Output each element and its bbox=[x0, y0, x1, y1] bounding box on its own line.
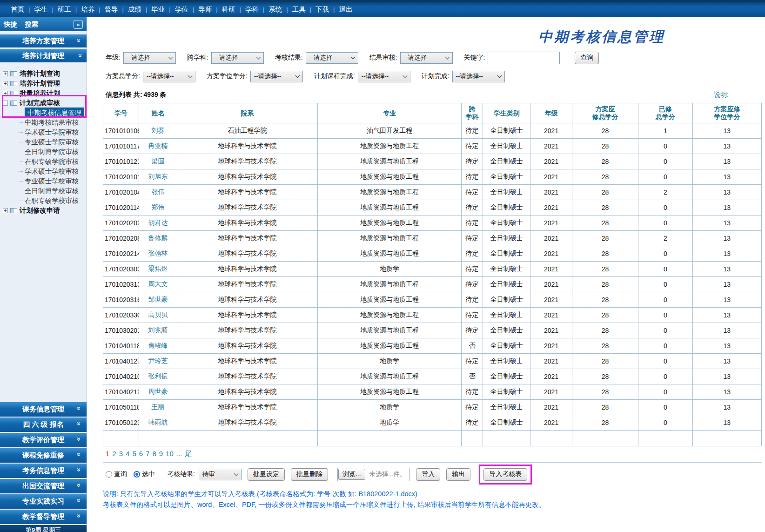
page-link-2[interactable]: 2 bbox=[112, 450, 116, 458]
sidebar-collapse-button[interactable]: « bbox=[74, 20, 83, 29]
student-name-link[interactable]: 焦峻峰 bbox=[139, 338, 177, 354]
total-credits-select[interactable]: --请选择-- bbox=[143, 71, 195, 82]
student-name-link[interactable]: 周世豪 bbox=[139, 384, 177, 400]
student-name-link[interactable]: 刘赛 bbox=[139, 123, 177, 139]
search-button[interactable]: 查询 bbox=[575, 52, 599, 64]
nav-item-14[interactable]: 下载 bbox=[311, 5, 333, 14]
tree-leaf-专业硕士学院审核[interactable]: 专业硕士学院审核 bbox=[19, 137, 87, 147]
page-link-8[interactable]: 8 bbox=[152, 450, 156, 458]
student-name-link[interactable]: 邹世豪 bbox=[139, 292, 177, 308]
student-name-link[interactable]: 尹玲芝 bbox=[139, 354, 177, 369]
student-name-link[interactable]: 高贝贝 bbox=[139, 308, 177, 323]
sidebar-accordion-1[interactable]: 培养方案管理» bbox=[0, 34, 87, 47]
assessment-result-select[interactable]: --请选择-- bbox=[306, 52, 358, 64]
plan-course-complete-select[interactable]: --请选择-- bbox=[358, 71, 410, 82]
sidebar-accordion-bottom-6[interactable]: 出国交流管理» bbox=[0, 479, 87, 493]
interdisciplinary-select[interactable]: --请选择-- bbox=[211, 52, 264, 64]
expand-box-icon[interactable]: + bbox=[3, 91, 8, 96]
sidebar-accordion-bottom-5[interactable]: 考务信息管理» bbox=[0, 464, 87, 478]
radio-selected[interactable]: 选中 bbox=[134, 470, 155, 478]
nav-item-8[interactable]: 学位 bbox=[171, 5, 193, 14]
student-name-link[interactable]: 周大文 bbox=[139, 277, 177, 292]
tree-node-批量培养计划[interactable]: +批量培养计划 bbox=[3, 88, 87, 98]
student-name-link[interactable]: 刘旭东 bbox=[139, 169, 177, 185]
page-link-9[interactable]: 9 bbox=[159, 450, 163, 458]
tree-leaf-学术硕士学校审核[interactable]: 学术硕士学校审核 bbox=[19, 167, 87, 176]
student-name-link[interactable]: 梁圆 bbox=[139, 154, 177, 169]
sidebar-accordion-bottom-2[interactable]: 四 六 级 报名» bbox=[0, 418, 87, 432]
sidebar-accordion-bottom-3[interactable]: 教学评价管理» bbox=[0, 433, 87, 447]
nav-item-7[interactable]: 毕业 bbox=[147, 5, 169, 14]
nav-item-12[interactable]: 系统 bbox=[264, 5, 286, 14]
tree-leaf-中期考核结果审核[interactable]: 中期考核结果审核 bbox=[19, 118, 87, 128]
sidebar-accordion-bottom-8[interactable]: 教学督导管理» bbox=[0, 510, 87, 524]
import-assessment-form-button[interactable]: 导入考核表 bbox=[483, 468, 527, 481]
page-link-6[interactable]: 6 bbox=[139, 450, 143, 458]
student-name-link[interactable]: 王丽 bbox=[139, 400, 177, 415]
nav-item-9[interactable]: 导师 bbox=[194, 5, 216, 14]
tree-leaf-全日制博学院审核[interactable]: 全日制博学院审核 bbox=[19, 147, 87, 157]
sidebar-accordion-bottom-1[interactable]: 课务信息管理» bbox=[0, 402, 87, 417]
tree-leaf-在职专硕学院审核[interactable]: 在职专硕学院审核 bbox=[19, 157, 87, 167]
student-name-link[interactable]: 张伟 bbox=[139, 185, 177, 200]
student-name-link[interactable]: 冉亚楠 bbox=[139, 139, 177, 154]
tree-node-计划完成审核[interactable]: −计划完成审核 bbox=[3, 98, 87, 108]
nav-item-11[interactable]: 学科 bbox=[241, 5, 263, 14]
tree-node-计划修改申请[interactable]: +计划修改申请 bbox=[3, 206, 87, 215]
plan-complete-select[interactable]: --请选择-- bbox=[452, 71, 505, 82]
tree-leaf-中期考核信息管理[interactable]: 中期考核信息管理 bbox=[19, 108, 87, 118]
file-input[interactable]: 浏览... 未选择...件。 bbox=[337, 468, 410, 481]
result-select[interactable]: 待审 bbox=[199, 469, 242, 480]
collapse-box-icon[interactable]: − bbox=[3, 101, 8, 106]
tree-leaf-学术硕士学院审核[interactable]: 学术硕士学院审核 bbox=[19, 128, 87, 137]
student-name-link[interactable]: 刘兆顺 bbox=[139, 323, 177, 338]
note-link[interactable]: 说明: bbox=[714, 91, 729, 99]
page-link-10[interactable]: 10 bbox=[166, 450, 174, 458]
search-link[interactable]: 搜索 bbox=[25, 20, 38, 29]
radio-query[interactable]: 查询 bbox=[106, 470, 127, 478]
student-name-link[interactable]: 胡君达 bbox=[139, 215, 177, 231]
student-name-link[interactable]: 张翰林 bbox=[139, 246, 177, 262]
quick-link[interactable]: 快捷 bbox=[4, 20, 17, 29]
import-button[interactable]: 导入 bbox=[416, 468, 440, 481]
tree-node-培养计划管理[interactable]: +培养计划管理 bbox=[3, 79, 87, 88]
export-button[interactable]: 输出 bbox=[446, 468, 470, 481]
page-link-7[interactable]: 7 bbox=[146, 450, 149, 458]
tree-node-培养计划查询[interactable]: +培养计划查询 bbox=[3, 69, 87, 79]
sidebar-accordion-bottom-4[interactable]: 课程免修重修» bbox=[0, 448, 87, 463]
nav-item-5[interactable]: 督导 bbox=[101, 5, 122, 14]
tree-leaf-在职专硕学校审核[interactable]: 在职专硕学校审核 bbox=[19, 196, 87, 206]
result-review-select[interactable]: --请选择-- bbox=[400, 52, 453, 64]
nav-item-15[interactable]: 退出 bbox=[335, 5, 356, 14]
student-name-link[interactable]: 鲁修麟 bbox=[139, 231, 177, 246]
sidebar-accordion-bottom-7[interactable]: 专业实践实习» bbox=[0, 494, 87, 509]
student-name-link[interactable]: 韩雨航 bbox=[139, 415, 177, 431]
page-link-4[interactable]: 4 bbox=[126, 450, 129, 458]
nav-item-3[interactable]: 研工 bbox=[54, 5, 75, 14]
expand-box-icon[interactable]: + bbox=[3, 71, 8, 76]
degree-credits-select[interactable]: --请选择-- bbox=[250, 71, 303, 82]
nav-item-13[interactable]: 工具 bbox=[288, 5, 310, 14]
nav-item-2[interactable]: 学生 bbox=[30, 5, 52, 14]
page-last-link[interactable]: 尾 bbox=[185, 450, 192, 458]
page-link-5[interactable]: 5 bbox=[132, 450, 136, 458]
tree-leaf-全日制博学校审核[interactable]: 全日制博学校审核 bbox=[19, 186, 87, 196]
tree-leaf-专业硕士学校审核[interactable]: 专业硕士学校审核 bbox=[19, 176, 87, 186]
filter-group: 跨学科:--请选择-- bbox=[187, 52, 264, 64]
nav-item-4[interactable]: 培养 bbox=[77, 5, 99, 14]
browse-button[interactable]: 浏览... bbox=[338, 469, 365, 480]
student-name-link[interactable]: 郑伟 bbox=[139, 200, 177, 215]
keyword-input[interactable] bbox=[488, 52, 560, 64]
student-name-link[interactable]: 梁炜煜 bbox=[139, 262, 177, 277]
sidebar-accordion-2[interactable]: 培养计划管理« bbox=[0, 49, 87, 62]
batch-set-button[interactable]: 批量设定 bbox=[248, 468, 285, 481]
expand-box-icon[interactable]: + bbox=[3, 81, 8, 86]
batch-delete-button[interactable]: 批量删除 bbox=[291, 468, 328, 481]
nav-item-10[interactable]: 科研 bbox=[218, 5, 240, 14]
student-name-link[interactable]: 张利振 bbox=[139, 369, 177, 384]
page-link-3[interactable]: 3 bbox=[119, 450, 123, 458]
grade-select[interactable]: --请选择-- bbox=[123, 52, 176, 64]
expand-box-icon[interactable]: + bbox=[3, 208, 8, 213]
nav-item-1[interactable]: 首页 bbox=[7, 5, 28, 14]
nav-item-6[interactable]: 成绩 bbox=[124, 5, 146, 14]
